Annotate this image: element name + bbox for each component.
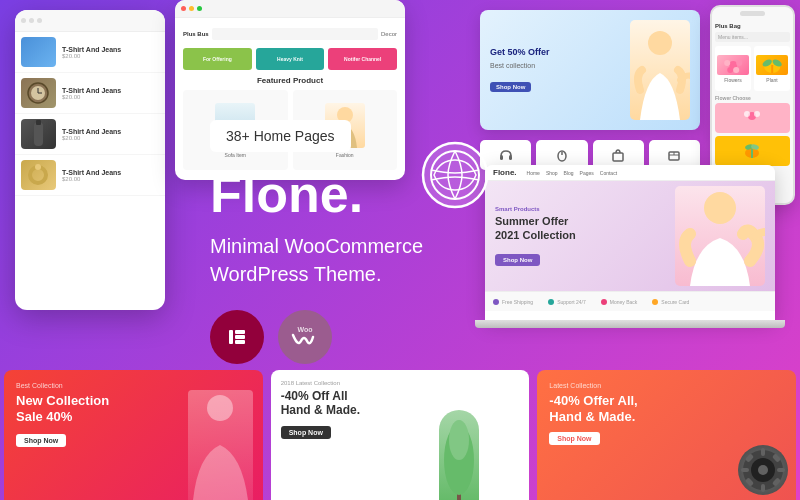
laptop-nav-logo: Flone. [493, 168, 517, 177]
svg-rect-21 [509, 155, 512, 160]
wordpress-logo [420, 140, 490, 210]
tab-pink[interactable]: Notifer Channel [328, 48, 397, 70]
svg-point-19 [648, 31, 672, 55]
svg-rect-10 [34, 122, 43, 146]
svg-point-29 [724, 60, 730, 66]
nav-link: Blog [564, 170, 574, 176]
product-price: $20.00 [62, 135, 159, 141]
dot [197, 6, 202, 11]
svg-rect-53 [777, 468, 785, 472]
bottom-banner-center: 2018 Latest Collection -40% Off AllHand … [271, 370, 530, 500]
phone-notch [740, 11, 765, 16]
stat-dot [601, 299, 607, 305]
banner-title: Get 50% Offer [490, 47, 622, 59]
product-item: T-Shirt And Jeans $20.00 [15, 155, 165, 196]
banner-button[interactable]: Shop Now [281, 426, 331, 439]
svg-point-30 [736, 60, 742, 66]
banner-content: 2018 Latest Collection -40% Off AllHand … [271, 370, 530, 449]
product-item: T-Shirt And Jeans $20.00 [15, 114, 165, 155]
laptop-bottom-stats: Free Shipping Support 24/7 Money Back Se… [485, 291, 775, 311]
svg-rect-11 [36, 120, 41, 125]
dot [29, 18, 34, 23]
featured-label: Featured Product [183, 76, 397, 85]
stat-dot [548, 299, 554, 305]
flowers-image [717, 55, 749, 75]
product-image [21, 119, 56, 149]
product-price: $20.00 [62, 53, 159, 59]
tab-green[interactable]: For Offering [183, 48, 252, 70]
product-image [21, 37, 56, 67]
person-silhouette [188, 390, 253, 500]
svg-point-43 [207, 395, 233, 421]
theme-title: Flone. [210, 168, 423, 220]
woo-label: Woo [297, 326, 312, 333]
dot [189, 6, 194, 11]
hero-tag: Smart Products [495, 206, 665, 212]
theme-subtitle: Minimal WooCommerceWordPress Theme. [210, 232, 423, 288]
woo-badge: Woo [278, 310, 332, 364]
svg-rect-24 [613, 153, 623, 161]
left-phone-mockup: T-Shirt And Jeans $20.00 T-Shirt And Jea… [15, 10, 165, 310]
center-content: 38+ Home Pages Flone. Minimal WooCommerc… [210, 120, 423, 288]
svg-rect-52 [741, 468, 749, 472]
banner-person-image [630, 20, 690, 120]
banner-button[interactable]: Shop Now [549, 432, 599, 445]
laptop-screen: Flone. Home Shop Blog Pages Contact Smar… [485, 165, 775, 320]
banner-text: Get 50% Offer Best collection Shop Now [490, 47, 622, 94]
product-name: T-Shirt And Jeans [62, 46, 159, 53]
laptop-nav: Flone. Home Shop Blog Pages Contact [485, 165, 775, 181]
gear-decoration [738, 445, 788, 495]
laptop-nav-links: Home Shop Blog Pages Contact [527, 170, 617, 176]
bottom-banner-right: Latest Collection -40% Offer All,Hand & … [537, 370, 796, 500]
banner-button[interactable]: Shop Now [490, 82, 531, 92]
phone-content: Plus Bag Menu items... [712, 20, 793, 169]
nav-link: Contact [600, 170, 617, 176]
hero-text: Smart Products Summer Offer2021 Collecti… [495, 206, 665, 265]
phone-product: Flowers [715, 46, 751, 91]
stat-dot [652, 299, 658, 305]
product-image [21, 78, 56, 108]
elementor-badge [210, 310, 264, 364]
svg-point-49 [758, 465, 768, 475]
plant-image [756, 55, 788, 75]
pages-badge: 38+ Home Pages [210, 120, 351, 152]
nav-link: Pages [580, 170, 594, 176]
product-info: T-Shirt And Jeans $20.00 [62, 46, 159, 59]
laptop-hero: Smart Products Summer Offer2021 Collecti… [485, 181, 775, 291]
banner-tag: Latest Collection [549, 382, 784, 389]
mockup-header [175, 0, 405, 18]
svg-point-31 [727, 67, 733, 73]
tab-teal[interactable]: Heavy Knit [256, 48, 325, 70]
svg-point-13 [35, 164, 41, 170]
product-name: T-Shirt And Jeans [62, 169, 159, 176]
svg-rect-20 [500, 155, 503, 160]
product-name: T-Shirt And Jeans [62, 87, 159, 94]
product-name: T-Shirt And Jeans [62, 128, 159, 135]
plant-decoration [439, 410, 479, 500]
hero-title: Summer Offer2021 Collection [495, 215, 665, 241]
main-container: 38+ Home Pages Flone. Minimal WooCommerc… [0, 0, 800, 500]
badges-row: Woo [210, 310, 332, 364]
stat-text: Support 24/7 [557, 299, 586, 305]
svg-point-46 [449, 420, 469, 460]
product-info: T-Shirt And Jeans $20.00 [62, 128, 159, 141]
stat-dot [493, 299, 499, 305]
banner-button[interactable]: Shop Now [16, 434, 66, 447]
dot [21, 18, 26, 23]
product-item: T-Shirt And Jeans $20.00 [15, 32, 165, 73]
svg-point-32 [733, 67, 739, 73]
product-info: T-Shirt And Jeans $20.00 [62, 169, 159, 182]
svg-point-42 [704, 192, 736, 224]
stat-item: Secure Card [652, 299, 689, 305]
dot [37, 18, 42, 23]
banner-title: -40% Off AllHand & Made. [281, 389, 520, 418]
stat-text: Money Back [610, 299, 638, 305]
hero-button[interactable]: Shop Now [495, 254, 540, 266]
svg-rect-0 [229, 330, 233, 344]
svg-rect-50 [761, 448, 765, 456]
banner-title: -40% Offer All,Hand & Made. [549, 393, 784, 424]
stat-item: Free Shipping [493, 299, 533, 305]
stat-item: Money Back [601, 299, 638, 305]
bottom-mockups: Best Collection New CollectionSale 40% S… [0, 370, 800, 500]
svg-point-38 [754, 111, 760, 117]
